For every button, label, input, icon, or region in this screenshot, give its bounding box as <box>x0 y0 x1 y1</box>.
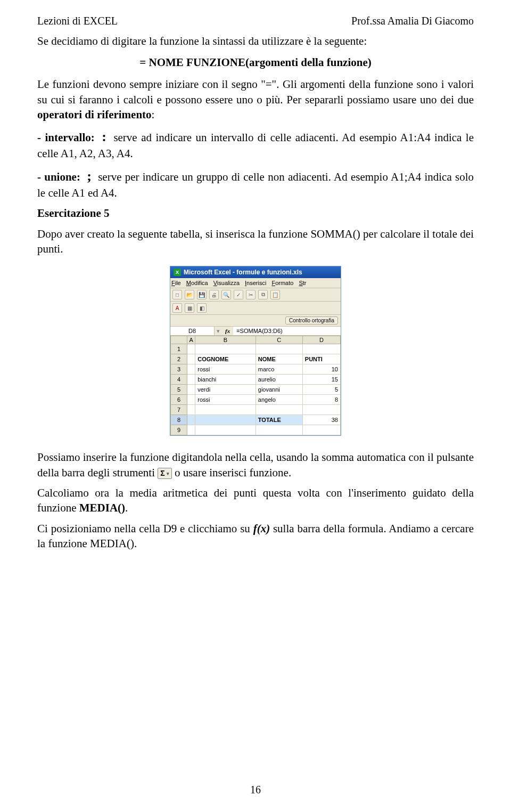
cut-icon[interactable]: ✂ <box>246 290 256 299</box>
cell-c3[interactable]: marco <box>256 364 302 375</box>
row-5: 5 verdi giovanni 5 <box>171 385 341 395</box>
row-head-5[interactable]: 5 <box>171 385 187 395</box>
new-icon[interactable]: □ <box>172 290 182 299</box>
cell-c4[interactable]: aurelio <box>256 375 302 385</box>
corner-cell[interactable] <box>171 336 187 344</box>
fx-button[interactable]: fx <box>222 328 233 334</box>
cell-d7[interactable] <box>302 405 340 415</box>
excel-screenshot: X Microsoft Excel - formule e funzioni.x… <box>37 266 474 436</box>
formula-bar: D8 ▾ fx =SOMMA(D3:D6) <box>170 327 341 336</box>
cell-d9[interactable] <box>302 425 340 435</box>
header-right: Prof.ssa Amalia Di Giacomo <box>351 15 474 27</box>
col-header-c[interactable]: C <box>256 336 302 344</box>
formula-input[interactable]: =SOMMA(D3:D6) <box>233 327 341 335</box>
row-head-4[interactable]: 4 <box>171 375 187 385</box>
intro-paragraph-2: Le funzioni devono sempre iniziare con i… <box>37 77 474 122</box>
row-head-2[interactable]: 2 <box>171 354 187 364</box>
cell-b2[interactable]: COGNOME <box>195 354 256 364</box>
cell-c5[interactable]: giovanni <box>256 385 302 395</box>
cell-b4[interactable]: bianchi <box>195 375 256 385</box>
open-icon[interactable]: 📂 <box>185 290 194 299</box>
toolbar-2: A ▦ ◧ <box>170 302 341 315</box>
row-head-9[interactable]: 9 <box>171 425 187 435</box>
name-box[interactable]: D8 <box>170 327 215 335</box>
after-paragraph-1: Possiamo inserire la funzione digitandol… <box>37 450 474 480</box>
spell-icon[interactable]: ✓ <box>234 290 243 299</box>
row-head-1[interactable]: 1 <box>171 344 187 354</box>
row-head-3[interactable]: 3 <box>171 364 187 375</box>
cell-b1[interactable] <box>195 344 256 354</box>
media-bold: MEDIA() <box>79 501 125 514</box>
menu-file[interactable]: File <box>171 280 181 286</box>
pdf-icon[interactable]: A <box>172 303 182 313</box>
cell-d4[interactable]: 15 <box>302 375 340 385</box>
cell-a7[interactable] <box>187 405 195 415</box>
paste-icon[interactable]: 📋 <box>270 290 280 299</box>
menu-str[interactable]: Str <box>299 280 306 286</box>
row-7: 7 <box>171 405 341 415</box>
cell-c8[interactable]: TOTALE <box>256 415 302 425</box>
cell-d8-selected[interactable]: 38 <box>302 415 340 425</box>
sigma-dropdown-icon: ▾ <box>167 470 169 477</box>
col-header-d[interactable]: D <box>302 336 340 344</box>
cell-b3[interactable]: rossi <box>195 364 256 375</box>
print-icon[interactable]: 🖨 <box>209 290 219 299</box>
unione-label: - unione: <box>37 170 80 183</box>
unione-text: serve per indicare un gruppo di celle no… <box>37 170 474 199</box>
menu-formato[interactable]: Formato <box>271 280 293 286</box>
cell-a2[interactable] <box>187 354 195 364</box>
cell-a6[interactable] <box>187 395 195 405</box>
spreadsheet-grid: A B C D 1 2 COGNOME NOME PUNT <box>170 336 341 435</box>
syntax-line: = NOME FUNZIONE(argomenti della funzione… <box>37 56 474 69</box>
cell-a9[interactable] <box>187 425 195 435</box>
page-number: 16 <box>0 784 511 796</box>
cell-d2[interactable]: PUNTI <box>302 354 340 364</box>
excel-window: X Microsoft Excel - formule e funzioni.x… <box>170 266 341 436</box>
tool3-icon[interactable]: ◧ <box>197 303 207 313</box>
cell-a4[interactable] <box>187 375 195 385</box>
cell-d5[interactable]: 5 <box>302 385 340 395</box>
cell-b9[interactable] <box>195 425 256 435</box>
cell-a1[interactable] <box>187 344 195 354</box>
sigma-button[interactable]: Σ ▾ <box>158 468 171 479</box>
row-head-8[interactable]: 8 <box>171 415 187 425</box>
intro-paragraph-1: Se decidiamo di digitare la funzione la … <box>37 34 474 48</box>
row-head-7[interactable]: 7 <box>171 405 187 415</box>
name-box-dropdown-icon[interactable]: ▾ <box>215 328 222 335</box>
cell-b5[interactable]: verdi <box>195 385 256 395</box>
cell-d6[interactable]: 8 <box>302 395 340 405</box>
operators-bold: operatori di riferimento <box>37 108 152 121</box>
copy-icon[interactable]: ⧉ <box>258 290 268 299</box>
save-icon[interactable]: 💾 <box>197 290 207 299</box>
row-3: 3 rossi marco 10 <box>171 364 341 375</box>
cell-c1[interactable] <box>256 344 302 354</box>
preview-icon[interactable]: 🔍 <box>221 290 231 299</box>
cell-b8[interactable] <box>195 415 256 425</box>
cell-a3[interactable] <box>187 364 195 375</box>
cell-a8[interactable] <box>187 415 195 425</box>
tool2-icon[interactable]: ▦ <box>185 303 194 313</box>
cell-b7[interactable] <box>195 405 256 415</box>
menu-visualizza[interactable]: Visualizza <box>213 280 240 286</box>
col-header-a[interactable]: A <box>187 336 195 344</box>
col-header-b[interactable]: B <box>195 336 256 344</box>
cell-c6[interactable]: angelo <box>256 395 302 405</box>
cell-d1[interactable] <box>302 344 340 354</box>
menu-inserisci[interactable]: Inserisci <box>245 280 266 286</box>
cell-c7[interactable] <box>256 405 302 415</box>
after-p2-tail: . <box>125 501 128 514</box>
toolbar-1: □ 📂 💾 🖨 🔍 ✓ ✂ ⧉ 📋 <box>170 288 341 302</box>
cell-c2[interactable]: NOME <box>256 354 302 364</box>
cell-d3[interactable]: 10 <box>302 364 340 375</box>
cell-b6[interactable]: rossi <box>195 395 256 405</box>
cell-a5[interactable] <box>187 385 195 395</box>
cell-c9[interactable] <box>256 425 302 435</box>
header-left: Lezioni di EXCEL <box>37 15 118 27</box>
ortografia-row: Controllo ortografia <box>170 315 341 327</box>
ortografia-button[interactable]: Controllo ortografia <box>285 316 338 324</box>
row-head-6[interactable]: 6 <box>171 395 187 405</box>
exercise-5-text: Dopo aver creato la seguente tabella, si… <box>37 226 474 257</box>
row-2: 2 COGNOME NOME PUNTI <box>171 354 341 364</box>
menu-modifica[interactable]: Modifica <box>186 280 208 286</box>
menu-bar: File Modifica Visualizza Inserisci Forma… <box>170 278 341 288</box>
